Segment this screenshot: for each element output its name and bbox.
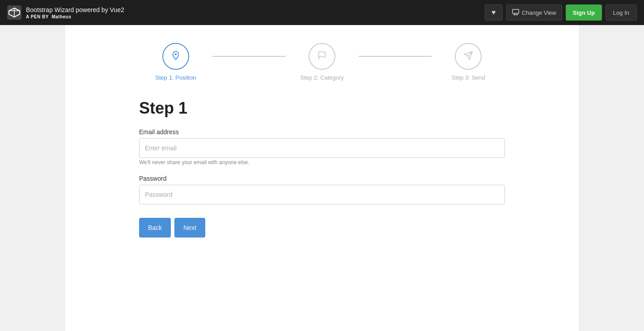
next-button[interactable]: Next: [174, 218, 205, 238]
password-group: Password: [139, 175, 505, 204]
email-hint: We'll never share your email with anyone…: [139, 159, 250, 166]
step-label-2: Step 2: Category: [300, 74, 344, 81]
step-heading: Step 1: [139, 99, 505, 118]
login-button[interactable]: Log In: [606, 4, 637, 21]
flag-icon: [317, 51, 327, 62]
heart-button[interactable]: ♥: [485, 4, 503, 21]
back-button[interactable]: Back: [139, 218, 171, 238]
form-actions: Back Next: [139, 218, 505, 238]
navbar-right: ♥ Change View Sign Up Log In: [485, 4, 637, 21]
email-input[interactable]: [139, 138, 505, 158]
step-circle-1: [162, 43, 189, 70]
password-input[interactable]: [139, 185, 505, 204]
stepper: Step 1: Position Step 2: Category: [139, 43, 505, 81]
navbar-title-block: Bootstrap Wizard powered by Vue2 A PEN B…: [26, 6, 124, 19]
signup-button[interactable]: Sign Up: [566, 4, 602, 21]
step-circle-3: [455, 43, 482, 70]
change-view-button[interactable]: Change View: [506, 4, 562, 21]
email-group: Email address We'll never share your ema…: [139, 128, 505, 166]
wizard-panel: Step 1: Position Step 2: Category: [65, 25, 579, 331]
step-label-3: Step 3: Send: [452, 74, 485, 81]
change-view-label: Change View: [522, 9, 556, 16]
navbar: Bootstrap Wizard powered by Vue2 A PEN B…: [0, 0, 644, 25]
send-icon: [463, 51, 473, 62]
svg-rect-4: [513, 9, 519, 13]
step-connector-1: [212, 56, 286, 57]
password-label: Password: [139, 175, 505, 182]
step-circle-2: [309, 43, 335, 70]
monitor-icon: [512, 9, 519, 17]
heart-icon: ♥: [491, 8, 496, 17]
step-label-1: Step 1: Position: [155, 74, 196, 81]
subtitle-author: Matheus: [51, 14, 71, 19]
step-item-1: Step 1: Position: [139, 43, 212, 81]
step-item-2: Step 2: Category: [285, 43, 359, 81]
main-container: Step 1: Position Step 2: Category: [0, 25, 644, 331]
step-item-3: Step 3: Send: [432, 43, 505, 81]
svg-point-8: [175, 53, 177, 55]
navbar-title: Bootstrap Wizard powered by Vue2: [26, 6, 124, 14]
email-label: Email address: [139, 128, 505, 136]
step-connector-2: [359, 56, 432, 57]
navbar-subtitle: A PEN BY Matheus: [26, 14, 124, 19]
subtitle-prefix: A PEN BY: [26, 14, 49, 19]
navbar-left: Bootstrap Wizard powered by Vue2 A PEN B…: [7, 5, 124, 20]
app-logo: [7, 5, 21, 20]
pin-icon: [171, 51, 181, 62]
